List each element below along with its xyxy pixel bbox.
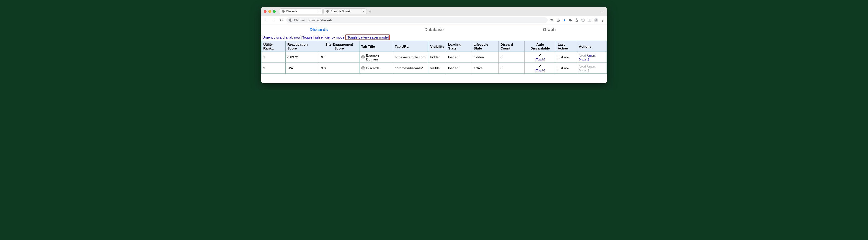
table-row: 10.83726.4Example Domainhttps://example.… <box>261 52 607 63</box>
browser-tab-title: Discards <box>286 10 297 13</box>
col-actions[interactable]: Actions <box>577 41 607 52</box>
tab-title-text: Discards <box>366 66 379 70</box>
back-button[interactable]: ← <box>264 18 269 23</box>
col-site-engagement[interactable]: Site Engagement Score <box>319 41 360 52</box>
share-icon[interactable] <box>556 18 560 22</box>
col-lifecycle-state[interactable]: Lifecycle State <box>472 41 498 52</box>
action-load-link: [Load] <box>579 65 587 68</box>
page-content: Discards Database Graph [Urgent discard … <box>261 24 607 83</box>
browser-toolbar: ← → ⟳ Chrome | chrome://discards ★ <box>261 16 607 24</box>
window-minimize-button[interactable] <box>268 10 271 13</box>
cell-actions: [Load][Urgent Discard] <box>577 63 607 74</box>
cell-tab-title: Discards <box>359 63 393 74</box>
action-load-link: [Load] <box>579 54 587 57</box>
cell-rank: 2 <box>261 63 285 74</box>
cell-last-active: just now <box>556 63 577 74</box>
new-tab-button[interactable]: + <box>368 9 373 14</box>
cell-rank: 1 <box>261 52 285 63</box>
globe-icon <box>361 55 365 59</box>
cell-visibility: hidden <box>428 52 446 63</box>
update-icon[interactable] <box>581 18 585 22</box>
browser-tab-example[interactable]: Example Domain × <box>323 8 367 14</box>
browser-tabs: Discards × Example Domain × + <box>279 8 597 14</box>
tab-close-icon[interactable]: × <box>318 9 320 13</box>
cell-last-active: just now <box>556 52 577 63</box>
labs-icon[interactable] <box>575 18 579 22</box>
cell-discard-count: 0 <box>498 52 525 63</box>
toggle-battery-saver-link[interactable]: [Toggle battery saver mode] <box>346 35 389 39</box>
svg-rect-5 <box>588 19 591 22</box>
cell-visibility: visible <box>428 63 446 74</box>
top-action-links: [Urgent discard a tab now][Toggle high e… <box>261 34 607 40</box>
globe-icon <box>361 66 365 70</box>
omnibox-origin-label: Chrome <box>294 19 305 22</box>
col-loading-state[interactable]: Loading State <box>446 41 472 52</box>
cell-tab-title: Example Domain <box>359 52 393 63</box>
omnibox[interactable]: Chrome | chrome://discards <box>286 17 548 23</box>
table-row: 2N/A0.0Discardschrome://discards/visible… <box>261 63 607 74</box>
toggle-high-efficiency-link[interactable]: [Toggle high efficiency mode] <box>301 35 345 39</box>
sort-asc-icon: ▲ <box>272 47 274 50</box>
toggle-auto-discardable-link[interactable]: [Toggle] <box>535 69 545 72</box>
cell-reactivation: 0.8372 <box>285 52 319 63</box>
cell-engagement: 6.4 <box>319 52 360 63</box>
reload-button[interactable]: ⟳ <box>279 18 284 23</box>
page-tab-discards[interactable]: Discards <box>261 27 376 32</box>
tab-title-text: Example Domain <box>366 53 391 61</box>
window-maximize-button[interactable] <box>273 10 276 13</box>
cell-url: chrome://discards/ <box>393 63 428 74</box>
site-info-icon[interactable]: Chrome <box>289 18 305 22</box>
cell-discard-count: 0 <box>498 63 525 74</box>
traffic-lights <box>264 10 276 13</box>
window-close-button[interactable] <box>264 10 267 13</box>
table-header-row: Utility Rank▲ Reactivation Score Site En… <box>261 41 607 52</box>
page-tab-database[interactable]: Database <box>376 27 492 32</box>
discards-table: Utility Rank▲ Reactivation Score Site En… <box>261 40 607 74</box>
cell-engagement: 0.0 <box>319 63 360 74</box>
col-reactivation-score[interactable]: Reactivation Score <box>285 41 319 52</box>
col-discard-count[interactable]: Discard Count <box>498 41 525 52</box>
check-icon: ✔ <box>527 53 554 57</box>
page-tab-graph[interactable]: Graph <box>492 27 607 32</box>
browser-tab-title: Example Domain <box>331 10 351 13</box>
zoom-icon[interactable] <box>550 18 554 22</box>
browser-tab-discards[interactable]: Discards × <box>279 8 322 14</box>
forward-button: → <box>272 18 277 23</box>
browser-window: Discards × Example Domain × + ⌄ ← → ⟳ Ch… <box>261 7 607 83</box>
tab-close-icon[interactable]: × <box>363 9 364 13</box>
col-auto-discardable[interactable]: Auto Discardable <box>525 41 556 52</box>
globe-icon <box>282 10 285 13</box>
toggle-auto-discardable-link[interactable]: [Toggle] <box>535 58 545 61</box>
cell-loading: loaded <box>446 63 472 74</box>
side-panel-icon[interactable] <box>588 18 591 22</box>
expand-tabs-icon[interactable]: ⌄ <box>599 10 604 13</box>
col-tab-title[interactable]: Tab Title <box>359 41 393 52</box>
titlebar: Discards × Example Domain × + ⌄ <box>261 7 607 16</box>
col-tab-url[interactable]: Tab URL <box>393 41 428 52</box>
cell-url: https://example.com/ <box>393 52 428 63</box>
profile-avatar[interactable] <box>594 18 598 22</box>
cell-actions: [Load][Urgent Discard] <box>577 52 607 63</box>
bookmark-star-icon[interactable]: ★ <box>563 18 566 22</box>
page-tabs: Discards Database Graph <box>261 24 607 34</box>
cell-auto-discardable: ✔[Toggle] <box>525 63 556 74</box>
svg-point-6 <box>596 19 596 20</box>
cell-loading: loaded <box>446 52 472 63</box>
omnibox-separator: | <box>306 19 307 22</box>
cell-reactivation: N/A <box>285 63 319 74</box>
omnibox-url: chrome://discards <box>309 19 333 22</box>
globe-icon <box>326 10 329 13</box>
cell-lifecycle: hidden <box>472 52 498 63</box>
toolbar-right-icons: ★ ⋮ <box>550 18 604 22</box>
menu-icon[interactable]: ⋮ <box>601 18 604 22</box>
urgent-discard-tab-link[interactable]: [Urgent discard a tab now] <box>261 35 301 39</box>
col-last-active[interactable]: Last Active <box>556 41 577 52</box>
col-visibility[interactable]: Visibility <box>428 41 446 52</box>
cell-lifecycle: active <box>472 63 498 74</box>
extensions-icon[interactable] <box>568 18 572 22</box>
col-utility-rank[interactable]: Utility Rank▲ <box>261 41 285 52</box>
check-icon: ✔ <box>527 64 554 68</box>
highlighted-action: [Toggle battery saver mode] <box>345 34 390 40</box>
cell-auto-discardable: ✔[Toggle] <box>525 52 556 63</box>
